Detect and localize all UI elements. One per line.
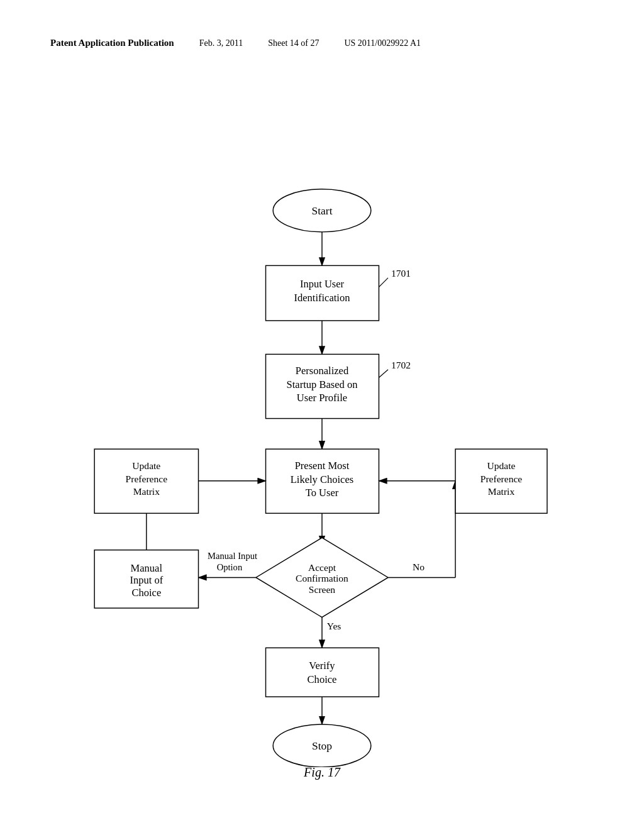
yes-label: Yes xyxy=(327,621,341,631)
publication-title: Patent Application Publication xyxy=(50,38,174,48)
update-pref-right-label3: Matrix xyxy=(488,486,515,497)
update-pref-right-label2: Preference xyxy=(480,473,523,484)
verify-choice-label1: Verify xyxy=(309,660,335,672)
update-pref-left-label2: Preference xyxy=(126,473,168,484)
no-label: No xyxy=(413,562,425,572)
present-choices-label2: Likely Choices xyxy=(291,473,353,485)
sheet-info: Sheet 14 of 27 xyxy=(268,38,319,48)
verify-choice-label2: Choice xyxy=(308,673,337,685)
accept-confirmation-label3: Screen xyxy=(309,584,336,595)
input-user-id-label2: Identification xyxy=(294,292,351,304)
manual-input-label3: Choice xyxy=(131,587,161,599)
publication-date: Feb. 3, 2011 xyxy=(199,38,243,48)
figure-caption: Fig. 17 xyxy=(0,765,644,780)
present-choices-label1: Present Most xyxy=(295,460,350,472)
present-choices-label3: To User xyxy=(306,487,339,499)
manual-input-option-label1: Manual Input xyxy=(208,551,257,561)
input-user-id-label: Input User xyxy=(300,278,345,290)
update-pref-right-label1: Update xyxy=(487,460,516,471)
manual-input-label2: Input of xyxy=(130,574,163,586)
stop-label: Stop xyxy=(312,739,332,752)
page-header: Patent Application Publication Feb. 3, 2… xyxy=(0,38,644,48)
flowchart-svg: Start 1701 Input User Identification 170… xyxy=(0,94,644,767)
accept-confirmation-label1: Accept xyxy=(308,562,336,573)
patent-number: US 2011/0029922 A1 xyxy=(344,38,421,48)
update-pref-left-label3: Matrix xyxy=(133,486,160,497)
svg-rect-13 xyxy=(266,648,379,697)
manual-input-option-label2: Option xyxy=(217,562,243,572)
personalized-startup-label3: User Profile xyxy=(297,392,347,404)
manual-input-label1: Manual xyxy=(131,562,163,574)
update-pref-left-label1: Update xyxy=(132,460,160,471)
accept-confirmation-label2: Confirmation xyxy=(296,573,348,584)
ref1702-label: 1702 xyxy=(391,360,411,370)
personalized-startup-label1: Personalized xyxy=(296,365,349,377)
personalized-startup-label2: Startup Based on xyxy=(287,379,358,390)
ref1701-label: 1701 xyxy=(391,268,411,279)
flowchart-diagram: Start 1701 Input User Identification 170… xyxy=(0,94,644,767)
start-label: Start xyxy=(311,204,332,217)
